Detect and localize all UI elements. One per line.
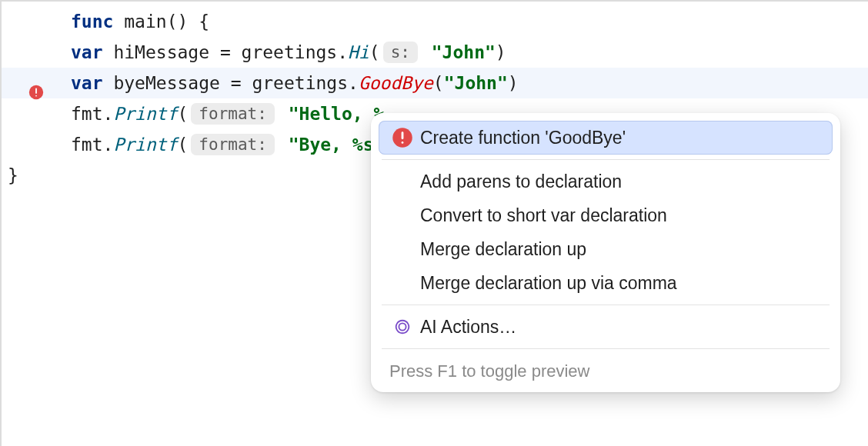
separator xyxy=(382,305,830,305)
code-line-current[interactable]: var byeMessage = greetings . GoodBye ( "… xyxy=(2,68,868,98)
string: "John" xyxy=(444,73,508,93)
param-hint: s: xyxy=(383,42,418,63)
func-name: main xyxy=(113,12,166,32)
separator xyxy=(382,348,830,349)
intention-popup[interactable]: Create function 'GoodBye' Add parens to … xyxy=(371,113,840,392)
code-text: . xyxy=(103,135,114,155)
identifier: hiMessage xyxy=(103,42,220,62)
code-text: ( xyxy=(178,135,189,155)
code-text: } xyxy=(8,165,18,185)
intention-item-label: Convert to short var declaration xyxy=(420,205,667,226)
ai-icon xyxy=(389,318,416,335)
string: "Hello, % xyxy=(278,104,384,124)
package: greetings xyxy=(252,73,348,93)
identifier: byeMessage xyxy=(103,73,231,93)
param-hint: format: xyxy=(191,134,275,155)
code-text: ( xyxy=(178,104,189,124)
intention-item-create-function[interactable]: Create function 'GoodBye' xyxy=(379,121,833,155)
intention-item-label: Merge declaration up via comma xyxy=(420,273,677,294)
func-call: Printf xyxy=(113,104,177,124)
intention-item-merge-up[interactable]: Merge declaration up xyxy=(379,232,833,266)
error-func: GoodBye xyxy=(359,73,433,93)
code-text: = xyxy=(231,73,252,93)
intention-item-ai-actions[interactable]: AI Actions… xyxy=(379,310,833,344)
code-text: . xyxy=(103,104,114,124)
keyword: var xyxy=(71,42,103,62)
string: "John" xyxy=(421,42,496,62)
intention-item-convert-short-var[interactable]: Convert to short var declaration xyxy=(379,198,833,232)
code-text: ) xyxy=(496,42,506,62)
svg-rect-1 xyxy=(35,88,37,94)
intention-item-label: AI Actions… xyxy=(420,317,516,338)
code-text: ( xyxy=(433,73,444,93)
code-text: ( xyxy=(369,42,380,62)
separator xyxy=(382,159,830,160)
error-bulb-icon xyxy=(389,125,416,151)
func-call: Hi xyxy=(348,42,369,62)
code-text: . xyxy=(348,73,359,93)
intention-item-merge-up-comma[interactable]: Merge declaration up via comma xyxy=(379,266,833,300)
intention-item-label: Add parens to declaration xyxy=(420,171,622,192)
svg-rect-2 xyxy=(35,95,37,97)
gutter[interactable] xyxy=(2,44,71,61)
code-text: = xyxy=(220,42,242,62)
code-line[interactable]: func main () { xyxy=(2,6,868,37)
func-call: Printf xyxy=(113,135,177,155)
code-text: . xyxy=(337,42,348,62)
intention-item-label: Merge declaration up xyxy=(420,239,586,260)
param-hint: format: xyxy=(191,103,275,125)
intention-item-add-parens[interactable]: Add parens to declaration xyxy=(379,165,833,198)
error-bulb-icon[interactable] xyxy=(28,44,45,61)
svg-rect-4 xyxy=(402,131,404,139)
popup-footer-hint: Press F1 to toggle preview xyxy=(371,354,840,386)
string: "Bye, %s! xyxy=(278,135,384,155)
intention-item-label: Create function 'GoodBye' xyxy=(420,128,626,148)
code-text: () { xyxy=(167,12,209,32)
code-line[interactable]: var hiMessage = greetings . Hi ( s: "Joh… xyxy=(2,37,868,68)
code-editor[interactable]: func main () { var hiMessage = greetings… xyxy=(2,2,868,191)
svg-rect-5 xyxy=(402,141,404,144)
code-text: ) xyxy=(508,73,519,93)
keyword: func xyxy=(71,12,113,32)
package: greetings xyxy=(242,42,338,62)
